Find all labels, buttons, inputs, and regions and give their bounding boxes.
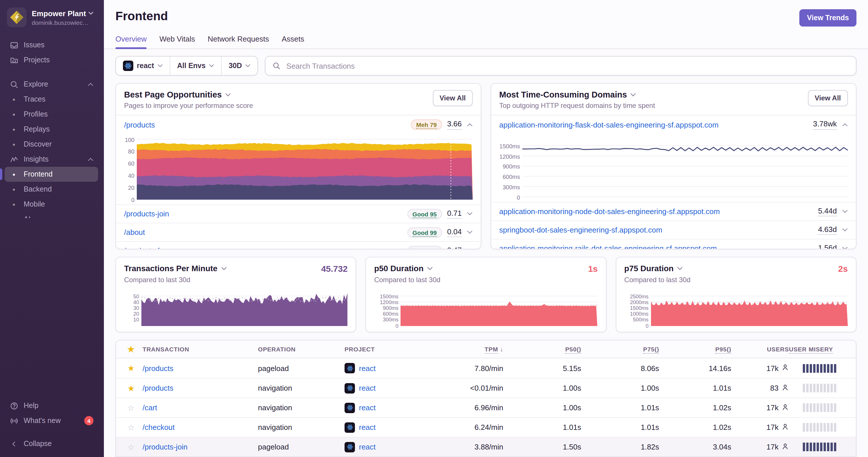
tab-overview[interactable]: Overview (116, 35, 147, 48)
transaction-link[interactable]: /products-join (143, 443, 188, 451)
domains-view-all-button[interactable]: View All (808, 90, 848, 106)
user-misery-bars (789, 364, 847, 372)
column-header-project[interactable]: PROJECT (345, 346, 437, 353)
sidebar-item-discover[interactable]: •Discover (5, 137, 98, 152)
chevron-down-icon[interactable] (221, 266, 227, 270)
app-root: Empower Plant dominik.buszowiec… IssuesP… (0, 0, 868, 457)
star-filled-icon[interactable]: ★ (127, 384, 134, 393)
transaction-link[interactable]: /products (143, 384, 174, 392)
sidebar-item-explore[interactable]: Explore (5, 77, 98, 92)
tpm-y-axis: 5040302010 (124, 294, 142, 326)
user-icon (781, 442, 789, 452)
chevron-down-icon[interactable] (467, 212, 473, 216)
sidebar-item-mobile[interactable]: •Mobile (5, 197, 98, 212)
bullet-icon: • (9, 185, 19, 194)
p50-chart (401, 294, 598, 326)
chevron-down-icon[interactable] (467, 230, 473, 234)
sidebar-item-traces[interactable]: •Traces (5, 92, 98, 107)
transaction-link[interactable]: /products (143, 364, 174, 372)
project-link[interactable]: react (359, 443, 376, 451)
tab-web-vitals[interactable]: Web Vitals (159, 35, 195, 48)
sidebar-item-whats-new[interactable]: What's new4 (5, 413, 98, 428)
star-outline-icon[interactable]: ☆ (127, 423, 134, 432)
domain-link[interactable]: springboot-dot-sales-engineering-sf.apps… (499, 226, 662, 234)
chevron-down-icon[interactable] (677, 266, 683, 270)
project-filter[interactable]: react (116, 57, 170, 75)
domain-time-value: 1.56d (818, 243, 837, 249)
page-link[interactable]: /products-join (124, 209, 169, 218)
opportunities-view-all-button[interactable]: View All (433, 90, 473, 106)
user-icon (781, 363, 789, 373)
column-header-transaction[interactable]: TRANSACTION (143, 346, 258, 353)
y-tick-label: 300ms (383, 317, 399, 323)
project-link[interactable]: react (359, 403, 376, 412)
page-link[interactable]: /about (124, 228, 145, 236)
table-body: ★/productspageloadreact7.80/min5.15s8.06… (116, 358, 856, 456)
opportunity-score-value: 0.47 (447, 246, 462, 249)
opportunity-score-value: 0.04 (447, 227, 462, 237)
domain-link[interactable]: application-monitoring-rails-dot-sales-e… (499, 244, 717, 249)
sidebar-item-frontend[interactable]: •Frontend (5, 167, 98, 182)
sidebar-item-insights[interactable]: Insights (5, 152, 98, 167)
chevron-down-icon[interactable] (842, 209, 848, 214)
column-header-p95[interactable]: P95() (659, 346, 731, 353)
tab-bar: OverviewWeb VitalsNetwork RequestsAssets (116, 35, 857, 48)
chevron-up-icon[interactable] (467, 123, 473, 127)
chevron-up-icon[interactable] (842, 123, 848, 127)
sidebar-item-projects[interactable]: Projects (5, 53, 98, 67)
transaction-link[interactable]: /cart (143, 403, 157, 412)
column-header-p50[interactable]: P50() (503, 346, 581, 353)
operation-cell: pageload (258, 364, 345, 372)
star-filled-icon[interactable]: ★ (127, 363, 134, 373)
sidebar-item-replays[interactable]: •Replays (5, 122, 98, 137)
metric-cards: Transactions Per Minute 45.732 Compared … (116, 257, 857, 332)
chevron-down-icon[interactable] (427, 266, 433, 270)
transaction-link[interactable]: /checkout (143, 423, 175, 432)
sidebar-item-collapse[interactable]: Collapse (5, 436, 98, 451)
page-link[interactable]: /products-fes (124, 247, 167, 249)
project-filter-value: react (137, 62, 154, 70)
chevron-down-icon[interactable] (842, 228, 848, 232)
org-switcher[interactable]: Empower Plant dominik.buszowiec… (0, 0, 104, 33)
y-tick-label: 30 (133, 305, 139, 311)
chevron-down-icon[interactable] (225, 93, 231, 97)
chevron-down-icon[interactable] (630, 93, 636, 97)
date-range-filter[interactable]: 30D (221, 57, 257, 75)
star-outline-icon[interactable]: ☆ (127, 403, 134, 412)
star-outline-icon[interactable]: ☆ (127, 442, 134, 452)
sidebar-item-issues[interactable]: Issues (5, 37, 98, 53)
domain-link[interactable]: application-monitoring-flask-dot-sales-e… (499, 120, 718, 129)
p50-cell: 1.50s (503, 443, 581, 451)
sidebar-item-label: Frontend (24, 170, 53, 178)
view-trends-button[interactable]: View Trends (800, 9, 857, 27)
domain-row: application-monitoring-rails-dot-sales-e… (491, 239, 856, 249)
search-transactions-input[interactable] (285, 61, 849, 71)
sidebar-item-ai[interactable]: •AI (5, 212, 98, 218)
sidebar-item-label: What's new (24, 417, 61, 425)
chevron-up-icon (88, 82, 93, 86)
domain-time-value: 4.63d (818, 225, 837, 235)
users-count: 83 (770, 384, 779, 392)
column-header-p75[interactable]: P75() (581, 346, 659, 353)
column-header-misery[interactable]: USER MISERY (789, 346, 847, 353)
sidebar-item-help[interactable]: Help (5, 398, 98, 413)
domain-link[interactable]: application-monitoring-node-dot-sales-en… (499, 207, 720, 216)
y-tick-label: 1000ms (630, 311, 648, 317)
operation-cell: navigation (258, 403, 345, 412)
sidebar-item-profiles[interactable]: •Profiles (5, 107, 98, 122)
project-link[interactable]: react (359, 423, 376, 432)
project-link[interactable]: react (359, 364, 376, 372)
column-header-operation[interactable]: OPERATION (258, 346, 345, 353)
tab-assets[interactable]: Assets (282, 35, 304, 48)
sidebar-item-backend[interactable]: •Backend (5, 182, 98, 197)
column-header-tpm[interactable]: TPM ↓ (437, 346, 503, 353)
chevron-down-icon[interactable] (842, 247, 848, 249)
opportunity-score-value: 0.71 (447, 209, 462, 219)
project-link[interactable]: react (359, 384, 376, 392)
environment-filter[interactable]: All Envs (170, 57, 221, 75)
react-project-icon (345, 363, 355, 373)
favorite-column-header[interactable]: ★ (120, 345, 143, 354)
column-header-users[interactable]: USERS (731, 346, 789, 353)
page-link[interactable]: /products (124, 120, 155, 129)
tab-network-requests[interactable]: Network Requests (208, 35, 269, 48)
